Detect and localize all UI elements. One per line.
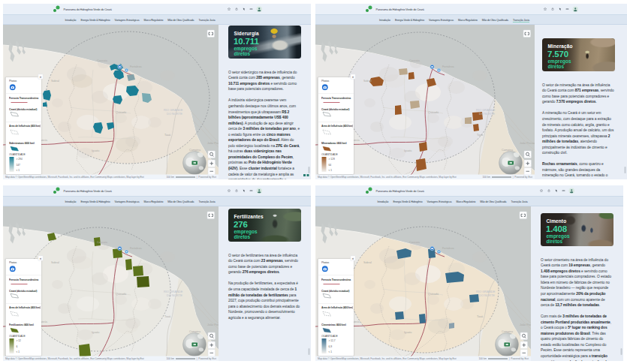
svg-text:Sobral: Sobral xyxy=(363,261,372,264)
svg-text:Quixadá: Quixadá xyxy=(428,111,439,114)
svg-text:João Pessoa: João Pessoa xyxy=(207,142,219,145)
svg-text:Tauá: Tauá xyxy=(477,315,484,318)
svg-text:Tauá: Tauá xyxy=(164,134,171,137)
svg-text:Tauá: Tauá xyxy=(477,134,484,137)
svg-text:DO NORTE: DO NORTE xyxy=(167,293,182,297)
svg-text:DO NORTE: DO NORTE xyxy=(479,112,495,116)
svg-text:João Pessoa: João Pessoa xyxy=(520,323,531,326)
svg-text:Quixadá: Quixadá xyxy=(116,293,127,296)
svg-text:Fortaleza: Fortaleza xyxy=(130,65,143,68)
svg-text:João Pessoa: João Pessoa xyxy=(520,142,535,145)
svg-text:Caucaia: Caucaia xyxy=(409,59,421,62)
svg-text:Quixadá: Quixadá xyxy=(428,293,439,296)
svg-text:Tauá: Tauá xyxy=(164,315,171,318)
svg-text:DO NORTE: DO NORTE xyxy=(167,112,182,116)
svg-text:Caucaia: Caucaia xyxy=(409,241,421,244)
svg-text:Fortaleza: Fortaleza xyxy=(130,247,143,250)
svg-text:João Pessoa: João Pessoa xyxy=(207,323,219,326)
svg-text:Quixadá: Quixadá xyxy=(116,111,127,114)
svg-text:Caucaia: Caucaia xyxy=(97,241,108,244)
svg-text:Iguatu: Iguatu xyxy=(404,331,411,334)
svg-text:Fortaleza: Fortaleza xyxy=(442,65,455,68)
svg-text:Sobral: Sobral xyxy=(51,80,59,83)
svg-text:Iguatu: Iguatu xyxy=(92,331,99,334)
svg-text:DO NORTE: DO NORTE xyxy=(479,293,495,297)
svg-text:Iguatu: Iguatu xyxy=(404,149,411,152)
svg-text:Caucaia: Caucaia xyxy=(97,59,108,62)
svg-text:Iguatu: Iguatu xyxy=(92,149,99,152)
svg-text:Sobral: Sobral xyxy=(363,80,372,83)
svg-text:Fortaleza: Fortaleza xyxy=(442,247,455,250)
svg-text:Sobral: Sobral xyxy=(51,261,59,264)
